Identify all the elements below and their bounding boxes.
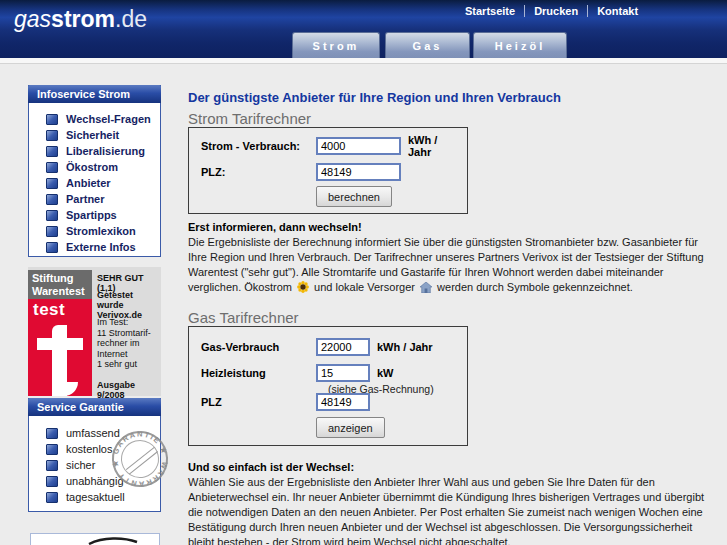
sidebar-item-stromlexikon[interactable]: Stromlexikon <box>29 223 160 239</box>
strom-calc-box: Strom - Verbrauch: kWh / Jahr PLZ: berec… <box>188 127 468 214</box>
warentest-tested: Getestet wurde Verivox.de <box>97 290 161 320</box>
test-logo: test <box>28 299 92 396</box>
sidebar-item-externe-infos[interactable]: Externe Infos <box>29 239 160 255</box>
warentest-detail-line: Im Test: <box>97 317 151 328</box>
warentest-detail-line: 1 sehr gut <box>97 359 151 370</box>
gas-calc-box: Gas-Verbrauch kWh / Jahr Heizleistung kW… <box>188 326 468 446</box>
sidebar-item-wechsel-fragen[interactable]: Wechsel-Fragen <box>29 111 160 127</box>
warentest-brand: Stiftung Warentest <box>28 270 92 299</box>
site-logo[interactable]: gasstrom.de <box>14 6 147 32</box>
square-bullet-icon <box>46 476 58 487</box>
warentest-detail-line: Internet <box>97 349 151 360</box>
service-garantie-title: Service Garantie <box>28 398 161 416</box>
oekostrom-sunflower-icon <box>297 281 309 297</box>
warentest-brand-line1: Stiftung <box>32 272 92 285</box>
logo-tld: .de <box>115 6 147 32</box>
sidebar-item-label: Externe Infos <box>66 241 136 253</box>
sidebar-item-label: Ökostrom <box>66 161 118 173</box>
sidebar-item-label: Stromlexikon <box>66 225 136 237</box>
info-paragraph: Die Ergebnisliste der Berechnung informi… <box>188 235 712 297</box>
warentest-result: SEHR GUT (1,1) Getestet wurde Verivox.de… <box>94 267 161 396</box>
gas-consumption-input[interactable] <box>316 338 370 356</box>
sidebar-item-liberalisierung[interactable]: Liberalisierung <box>29 143 160 159</box>
sidebar-item-label: Liberalisierung <box>66 145 145 157</box>
anzeigen-button[interactable]: anzeigen <box>316 417 385 438</box>
info-text-3: werden durch Symbole gekennzeichnet. <box>437 281 633 293</box>
sidebar-item-label: Wechsel-Fragen <box>66 113 151 125</box>
header-links: Startseite Drucken Kontakt <box>456 5 647 17</box>
strom-consumption-row: Strom - Verbrauch: kWh / Jahr <box>201 137 459 155</box>
logo-strom: strom <box>51 6 115 32</box>
gas-calc-title: Gas Tarifrechner <box>188 309 299 326</box>
warentest-tested-line1: Getestet wurde <box>97 290 161 310</box>
warentest-details: Im Test: 11 Stromtarif- rechner im Inter… <box>97 317 151 370</box>
service-item-label: sicher <box>66 459 95 471</box>
square-bullet-icon <box>46 114 58 125</box>
switch-paragraph: Wählen Sie aus der Ergebnisliste den Anb… <box>188 475 712 545</box>
gas-consumption-label: Gas-Verbrauch <box>201 341 316 353</box>
square-bullet-icon <box>46 242 58 253</box>
berechnen-button[interactable]: berechnen <box>316 186 392 207</box>
gas-consumption-unit: kWh / Jahr <box>377 341 433 353</box>
square-bullet-icon <box>46 444 58 455</box>
sidebar-item-spartipps[interactable]: Spartipps <box>29 207 160 223</box>
tab-gas[interactable]: Gas <box>385 32 470 58</box>
sidebar-item-label: Spartipps <box>66 209 117 221</box>
strom-plz-row: PLZ: <box>201 163 459 181</box>
partner-logo-box <box>30 533 160 545</box>
infoservice-title: Infoservice Strom <box>28 85 161 103</box>
logo-gas: gas <box>14 6 51 32</box>
sidebar-item-anbieter[interactable]: Anbieter <box>29 175 160 191</box>
strom-consumption-input[interactable] <box>316 137 401 155</box>
partner-logo-swoosh-icon <box>31 534 159 545</box>
warentest-detail-line: rechner im <box>97 338 151 349</box>
link-kontakt[interactable]: Kontakt <box>587 5 647 17</box>
tab-heizoel[interactable]: Heizöl <box>473 32 567 58</box>
header-divider-strip <box>0 58 727 64</box>
info-text-2: und lokale Versorger <box>314 281 415 293</box>
site-header: gasstrom.de Startseite Drucken Kontakt S… <box>0 0 727 58</box>
square-bullet-icon <box>46 178 58 189</box>
strom-plz-input[interactable] <box>316 163 401 181</box>
infoservice-box: Infoservice Strom Wechsel-Fragen Sicherh… <box>28 85 161 257</box>
gas-heating-label: Heizleistung <box>201 367 316 379</box>
sidebar-item-label: Sicherheit <box>66 129 119 141</box>
sidebar-item-sicherheit[interactable]: Sicherheit <box>29 127 160 143</box>
gas-heating-row: Heizleistung kW <box>201 364 459 382</box>
square-bullet-icon <box>46 162 58 173</box>
warentest-detail-line: 11 Stromtarif- <box>97 328 151 339</box>
square-bullet-icon <box>46 146 58 157</box>
sidebar-item-label: Partner <box>66 193 105 205</box>
test-word: test <box>33 300 65 320</box>
warentest-issue: Ausgabe 9/2008 <box>97 380 161 400</box>
sidebar-item-oekostrom[interactable]: Ökostrom <box>29 159 160 175</box>
square-bullet-icon <box>46 460 58 471</box>
sidebar-item-label: Anbieter <box>66 177 111 189</box>
strom-calc-title: Strom Tarifrechner <box>188 110 311 127</box>
test-t-foot <box>52 382 78 396</box>
info-heading: Erst informieren, dann wechseln! <box>188 221 712 233</box>
link-drucken[interactable]: Drucken <box>524 5 587 17</box>
strom-plz-label: PLZ: <box>201 166 316 178</box>
sidebar-item-partner[interactable]: Partner <box>29 191 160 207</box>
stiftung-warentest-badge: Stiftung Warentest test SEHR GUT (1,1) G… <box>28 267 161 396</box>
tab-strom[interactable]: Strom <box>292 32 380 58</box>
page-title: Der günstigste Anbieter für Ihre Region … <box>188 90 718 105</box>
local-provider-house-icon <box>420 282 432 297</box>
gas-plz-row: PLZ <box>201 393 459 411</box>
gas-heating-input[interactable] <box>316 364 370 382</box>
strom-consumption-unit: kWh / Jahr <box>408 134 459 158</box>
gas-plz-label: PLZ <box>201 396 316 408</box>
strom-consumption-label: Strom - Verbrauch: <box>201 140 316 152</box>
square-bullet-icon <box>46 492 58 503</box>
square-bullet-icon <box>46 226 58 237</box>
gas-heating-unit: kW <box>377 367 394 379</box>
infoservice-items: Wechsel-Fragen Sicherheit Liberalisierun… <box>29 103 160 255</box>
switch-heading: Und so einfach ist der Wechsel: <box>188 461 712 473</box>
square-bullet-icon <box>46 210 58 221</box>
square-bullet-icon <box>46 194 58 205</box>
square-bullet-icon <box>46 428 58 439</box>
warentest-brand-line2: Warentest <box>32 285 92 298</box>
link-startseite[interactable]: Startseite <box>456 5 524 17</box>
gas-plz-input[interactable] <box>316 393 370 411</box>
